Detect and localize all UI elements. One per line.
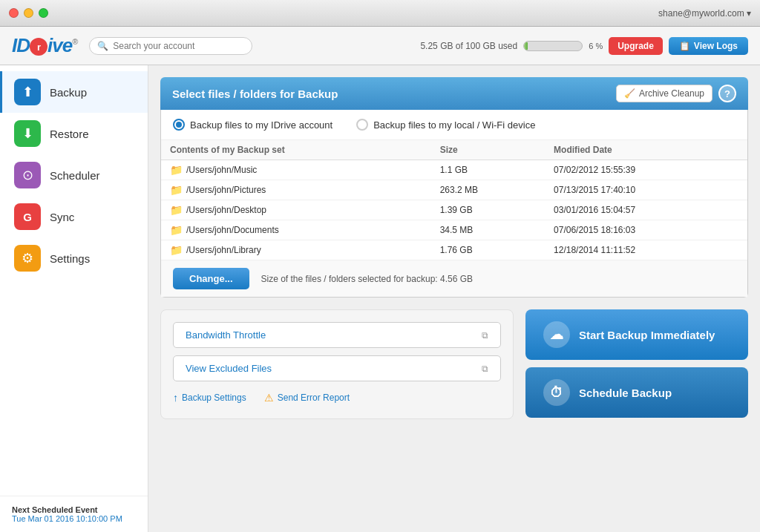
change-button[interactable]: Change... [173,268,249,289]
folder-icon: 📁 [170,204,183,216]
sidebar-item-sync[interactable]: G Sync [0,196,148,237]
sidebar-item-settings[interactable]: ⚙ Settings [0,237,148,279]
start-backup-button[interactable]: ☁ Start Backup Immediately [525,309,748,360]
backup-size-text: Size of the files / folders selected for… [261,274,474,284]
scheduler-icon: ⊙ [14,162,41,188]
sidebar-item-backup[interactable]: ⬆ Backup [0,71,148,113]
backup-now-icon: ☁ [543,321,570,348]
file-modified: 03/01/2016 15:04:57 [545,200,747,220]
col-modified: Modified Date [545,140,747,160]
radio-row: Backup files to my IDrive account Backup… [161,110,747,140]
logo-lock-icon: r [30,38,48,56]
excluded-label: View Excluded Files [186,363,272,374]
arrow-up-icon: ↑ [173,392,178,404]
sidebar-footer: Next Scheduled Event Tue Mar 01 2016 10:… [0,496,148,532]
topbar: IDrive® 🔍 5.25 GB of 100 GB used 6 % Upg… [0,27,760,65]
schedule-icon: ⏱ [543,379,570,406]
sidebar-label-scheduler: Scheduler [50,169,100,182]
folder-icon: 📁 [170,164,183,176]
storage-bar-fill [524,42,528,50]
radio-local-circle[interactable] [356,119,368,131]
radio-idrive-circle[interactable] [173,119,185,131]
section-header-right: 🧹 Archive Cleanup ? [616,85,736,102]
next-event-time: Tue Mar 01 2016 10:10:00 PM [12,514,136,523]
external-link-icon: ⧉ [482,330,488,341]
bandwidth-throttle-button[interactable]: Bandwidth Throttle ⧉ [173,322,501,348]
radio-local-label: Backup files to my local / Wi-Fi device [373,119,535,131]
backup-icon: ⬆ [14,79,41,105]
sidebar-label-settings: Settings [50,252,90,265]
file-path: 📁 /Users/john/Pictures [161,180,431,200]
file-path: 📁 /Users/john/Library [161,240,431,260]
next-event-label: Next Scheduled Event [12,505,136,514]
file-size: 1.1 GB [431,160,545,180]
sidebar-label-restore: Restore [50,128,89,140]
titlebar: shane@myworld.com ▾ [0,0,760,27]
view-excluded-button[interactable]: View Excluded Files ⧉ [173,355,501,381]
radio-idrive[interactable]: Backup files to my IDrive account [173,119,332,131]
app-logo: IDrive® [12,34,77,57]
file-size: 34.5 MB [431,220,545,240]
radio-local[interactable]: Backup files to my local / Wi-Fi device [356,119,535,131]
sidebar-label-backup: Backup [50,86,87,99]
search-box[interactable]: 🔍 [89,37,252,55]
sidebar-label-sync: Sync [50,211,74,223]
external-link-icon-2: ⧉ [482,364,488,374]
maximize-button[interactable] [39,8,48,18]
archive-cleanup-button[interactable]: 🧹 Archive Cleanup [616,85,712,102]
sidebar: ⬆ Backup ⬇ Restore ⊙ Scheduler G Sync ⚙ … [0,65,148,532]
backup-section-body: Backup files to my IDrive account Backup… [160,110,748,298]
schedule-backup-button[interactable]: ⏱ Schedule Backup [525,367,748,418]
folder-icon: 📁 [170,184,183,196]
view-logs-label: View Logs [694,41,738,51]
close-button[interactable] [9,8,19,18]
bandwidth-label: Bandwidth Throttle [186,329,266,341]
upgrade-button[interactable]: Upgrade [609,37,663,55]
view-logs-button[interactable]: 📋 View Logs [669,37,748,55]
section-title: Select files / folders for Backup [172,88,338,100]
user-email[interactable]: shane@myworld.com ▾ [658,8,751,19]
file-size: 1.39 GB [431,200,545,220]
file-modified: 12/18/2014 11:11:52 [545,240,747,260]
bottom-row: Bandwidth Throttle ⧉ View Excluded Files… [160,309,748,419]
folder-icon: 📁 [170,224,183,236]
window-controls [9,8,48,18]
radio-idrive-label: Backup files to my IDrive account [190,119,332,131]
file-table: Contents of my Backup set Size Modified … [161,140,747,260]
storage-bar [523,41,583,51]
logo: IDrive® [12,34,77,57]
section-header: Select files / folders for Backup 🧹 Arch… [160,77,748,110]
table-row[interactable]: 📁 /Users/john/Music 1.1 GB 07/02/2012 15… [161,160,747,180]
folder-icon: 📁 [170,244,183,256]
archive-cleanup-label: Archive Cleanup [639,88,704,99]
col-size: Size [431,140,545,160]
restore-icon: ⬇ [14,120,41,147]
send-error-label: Send Error Report [278,393,350,403]
bottom-left-panel: Bandwidth Throttle ⧉ View Excluded Files… [160,309,514,419]
settings-icon: ⚙ [14,245,41,272]
sidebar-item-scheduler[interactable]: ⊙ Scheduler [0,154,148,196]
file-path: 📁 /Users/john/Music [161,160,431,180]
table-row[interactable]: 📁 /Users/john/Library 1.76 GB 12/18/2014… [161,240,747,260]
backup-footer: Change... Size of the files / folders se… [161,260,747,297]
search-input[interactable] [113,41,244,51]
file-modified: 07/06/2015 18:16:03 [545,220,747,240]
help-button[interactable]: ? [718,85,736,102]
sidebar-item-restore[interactable]: ⬇ Restore [0,113,148,154]
backup-section-wrapper: Select files / folders for Backup 🧹 Arch… [160,77,748,298]
file-size: 1.76 GB [431,240,545,260]
minimize-button[interactable] [24,8,33,18]
file-path: 📁 /Users/john/Desktop [161,200,431,220]
table-row[interactable]: 📁 /Users/john/Documents 34.5 MB 07/06/20… [161,220,747,240]
content-area: Select files / folders for Backup 🧹 Arch… [148,65,760,532]
schedule-backup-label: Schedule Backup [579,387,672,399]
send-error-link[interactable]: ⚠ Send Error Report [264,392,350,404]
logs-icon: 📋 [679,41,690,51]
table-row[interactable]: 📁 /Users/john/Pictures 263.2 MB 07/13/20… [161,180,747,200]
start-backup-label: Start Backup Immediately [579,329,715,341]
table-row[interactable]: 📁 /Users/john/Desktop 1.39 GB 03/01/2016… [161,200,747,220]
storage-text: 5.25 GB of 100 GB used [420,41,517,51]
file-modified: 07/02/2012 15:55:39 [545,160,747,180]
backup-settings-link[interactable]: ↑ Backup Settings [173,392,246,404]
file-modified: 07/13/2015 17:40:10 [545,180,747,200]
